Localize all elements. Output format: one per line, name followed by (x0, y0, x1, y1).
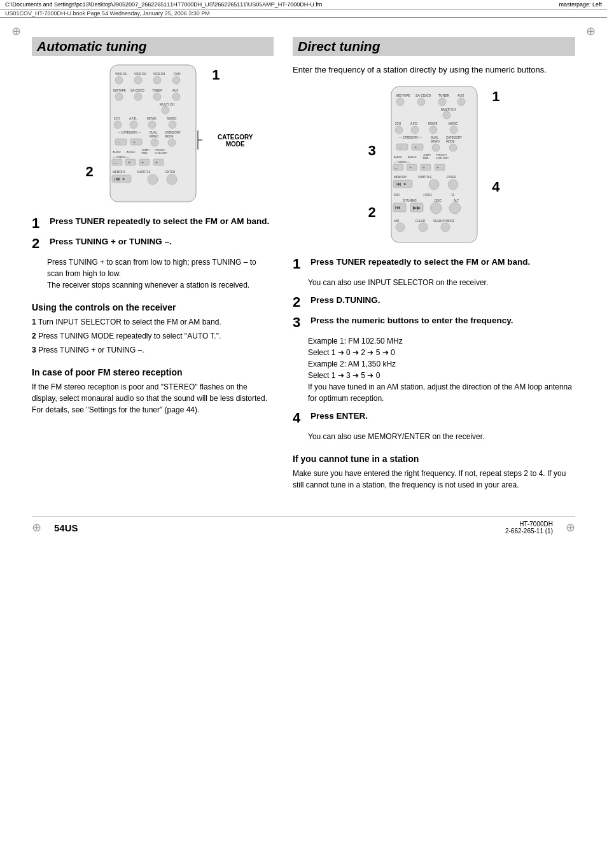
svg-text:MOVIE: MOVIE (428, 122, 438, 125)
svg-text:+: + (409, 165, 412, 170)
svg-point-23 (114, 121, 122, 129)
svg-text:CLEAR: CLEAR (415, 220, 426, 223)
svg-point-68 (417, 98, 425, 106)
footer: ⊕ 54US HT-7000DH 2-662-265-11 (1) ⊕ (32, 516, 575, 535)
svg-text:+: + (128, 160, 130, 165)
svg-point-15 (153, 93, 161, 101)
svg-point-37 (168, 139, 176, 146)
right-step-3: 3 Press the numeric buttons to enter the… (293, 315, 575, 330)
svg-point-113 (448, 179, 458, 190)
right-step-1-text: Press TUNER repeatedly to select the FM … (310, 256, 530, 269)
svg-text:SA-CD/CD: SA-CD/CD (130, 89, 145, 92)
diagram-label-4-right: 4 (492, 179, 499, 195)
right-diagram-container: 1 4 3 2 MD/TAPE SA-CD/CD TUNER AUX (293, 85, 575, 246)
svg-text:SA-CD/CD: SA-CD/CD (415, 94, 431, 97)
svg-point-90 (432, 144, 440, 151)
svg-text:13: 13 (451, 193, 455, 197)
svg-text:MUSIC: MUSIC (449, 122, 458, 125)
svg-text:CH/D.SKIP: CH/D.SKIP (436, 157, 449, 160)
svg-rect-32 (115, 139, 127, 145)
header-path-left: C:\Documents and Settings\pc13\Desktop\J… (5, 1, 322, 8)
svg-text:⏮: ⏮ (395, 204, 401, 211)
svg-text:+: + (133, 140, 136, 144)
subsection-controls-title: Using the controls on the receiver (32, 302, 274, 312)
svg-text:MODE: MODE (165, 135, 174, 138)
svg-text:ALT: ALT (454, 199, 459, 202)
cannot-tune-body: Make sure you have entered the right fre… (293, 468, 575, 491)
controls-step-3: 3 Press TUNING + or TUNING –. (32, 344, 274, 356)
svg-point-13 (115, 93, 123, 101)
svg-text:VIDEO3: VIDEO3 (153, 72, 165, 76)
svg-point-112 (429, 179, 439, 190)
left-step-2: 2 Press TUNING + or TUNING –. (32, 236, 274, 251)
cannot-tune-title: If you cannot tune in a station (293, 454, 575, 464)
svg-text:MD/TAPE: MD/TAPE (396, 94, 411, 97)
right-step-3-text: Press the numeric buttons to enter the f… (310, 315, 513, 327)
model-number: HT-7000DH 2-662-265-11 (1) (505, 521, 553, 535)
svg-point-5 (115, 76, 123, 84)
right-column: Direct tuning Enter the frequency of a s… (293, 37, 575, 491)
svg-point-79 (429, 126, 437, 134)
svg-point-26 (169, 121, 176, 129)
svg-point-36 (151, 139, 158, 146)
sub-header-path: US01COV_HT-7000DH-U.book Page 54 Wednesd… (5, 10, 210, 17)
svg-rect-34 (130, 139, 142, 145)
subsection-fm-title: In case of poor FM stereo reception (32, 367, 274, 377)
right-step-4: 4 Press ENTER. (293, 410, 575, 426)
sub-header: US01COV_HT-7000DH-U.book Page 54 Wednesd… (0, 10, 607, 18)
svg-text:A.F.D.: A.F.D. (410, 122, 418, 125)
svg-text:⏮ ▶: ⏮ ▶ (115, 176, 125, 182)
left-step-2-detail: Press TUNING + to scan from low to high;… (47, 256, 274, 291)
svg-text:2CH: 2CH (395, 122, 401, 125)
svg-text:–: – (118, 140, 120, 144)
svg-rect-88 (412, 144, 423, 150)
svg-text:TUNER: TUNER (152, 89, 162, 92)
right-intro: Enter the frequency of a station directl… (293, 64, 575, 76)
svg-text:DISC: DISC (435, 199, 442, 202)
svg-text:ANGLE: ANGLE (408, 155, 417, 158)
svg-text:SUBTITLE: SUBTITLE (137, 171, 151, 174)
svg-text:TIME: TIME (422, 157, 429, 160)
remote-svg-left: VIDEO1 VIDEO2 VIDEO3 DVD MD/TAPE SA-CD/C… (104, 64, 202, 204)
left-step-1-text: Press TUNER repeatedly to select the FM … (50, 216, 269, 228)
svg-text:AUX: AUX (457, 94, 464, 97)
right-step-4-detail: You can also use MEMORY/ENTER on the rec… (308, 431, 575, 442)
svg-text:A.F.D.: A.F.D. (129, 117, 137, 120)
right-step-2-text: Press D.TUNING. (310, 295, 380, 307)
svg-point-59 (167, 174, 177, 185)
svg-text:–: – (114, 160, 116, 165)
svg-text:ENTER: ENTER (165, 171, 176, 174)
svg-point-16 (172, 93, 180, 101)
svg-text:0/10: 0/10 (394, 193, 400, 197)
svg-text:SEARCH MODE: SEARCH MODE (433, 220, 455, 223)
left-step-1: 1 Press TUNER repeatedly to select the F… (32, 216, 274, 231)
svg-text:2CH: 2CH (114, 117, 120, 120)
remote-svg-right: MD/TAPE SA-CD/CD TUNER AUX MULTI CH 2CH (385, 85, 484, 244)
svg-point-70 (457, 98, 465, 106)
svg-text:AUX: AUX (172, 89, 178, 92)
svg-text:MEMORY: MEMORY (394, 176, 407, 179)
svg-point-77 (395, 126, 403, 134)
svg-point-125 (449, 202, 461, 214)
svg-point-8 (172, 76, 180, 84)
svg-text:TUNER: TUNER (438, 94, 450, 97)
svg-text:MONO: MONO (431, 140, 440, 143)
svg-point-91 (449, 144, 457, 151)
svg-text:AUDIO: AUDIO (113, 150, 121, 153)
svg-text:ANGLE: ANGLE (127, 150, 136, 153)
svg-text:▶▶: ▶▶ (413, 205, 421, 211)
svg-text:DUAL: DUAL (431, 136, 439, 139)
svg-point-69 (438, 98, 446, 106)
svg-text:TIME: TIME (141, 151, 148, 155)
svg-text:AUDIO: AUDIO (394, 155, 402, 158)
svg-text:— CATEGORY —: — CATEGORY — (399, 136, 422, 139)
right-step-3-detail: Example 1: FM 102.50 MHz Select 1 ➔ 0 ➔ … (308, 335, 575, 404)
diagram-label-2-left: 2 (86, 164, 94, 180)
svg-text:+: + (436, 165, 439, 170)
subsection-fm-body: If the FM stereo reception is poor and "… (32, 381, 274, 416)
svg-point-80 (450, 126, 457, 134)
svg-point-131 (441, 223, 450, 232)
svg-text:VIDEO1: VIDEO1 (115, 72, 127, 76)
svg-text:+: + (141, 160, 144, 165)
svg-text:–: – (399, 145, 401, 150)
